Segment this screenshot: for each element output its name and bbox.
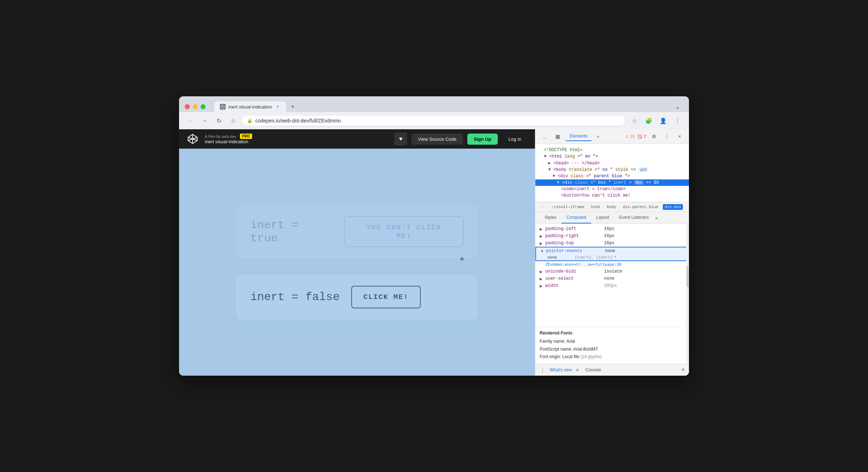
prop-value-pointer-events: none <box>605 249 615 254</box>
breadcrumb-body[interactable]: body <box>605 204 618 210</box>
more-button[interactable]: ⋮ <box>672 115 683 126</box>
dom-line-box-div[interactable]: ▼ <div class =" box " inert > flex == $0 <box>535 179 689 186</box>
devtools-settings-button[interactable]: ⚙ <box>649 131 659 141</box>
dom-line-code[interactable]: <code>inert = true</code> <box>535 186 689 192</box>
reload-button[interactable]: ↻ <box>213 115 224 126</box>
tab-title: inert visual-indication <box>228 104 272 110</box>
devtools-panel-tabs: Styles Computed Layout Event Listeners » <box>535 212 689 224</box>
title-bar: inert visual-indication × + ⌄ <box>179 96 689 112</box>
tab-close-button[interactable]: × <box>275 104 280 110</box>
tab-event-listeners[interactable]: Event Listeners <box>614 212 654 223</box>
dom-box-class-attr: class <box>575 180 588 185</box>
css-prop-padding-top[interactable]: ▶ padding-top 16px <box>535 240 689 247</box>
whats-new-close-button[interactable]: × <box>574 366 581 374</box>
tab-layout[interactable]: Layout <box>591 212 614 223</box>
devtools-elements-tab[interactable]: Elements <box>565 132 592 141</box>
inert-false-box: inert = false CLICK ME! <box>235 274 479 321</box>
active-tab[interactable]: inert visual-indication × <box>214 101 286 112</box>
device-toolbar-button[interactable]: ▦ <box>553 131 563 141</box>
extension-button[interactable]: 🧩 <box>643 115 655 126</box>
breadcrumb-iframe[interactable]: :result-iframe <box>550 204 586 210</box>
css-pointer-events-sub: none [inert], [inert] * <box>536 255 688 260</box>
minimize-traffic-light[interactable] <box>193 104 198 109</box>
dom-line-parent-div[interactable]: ▼ <div class =" parent blue "> <box>535 173 689 179</box>
scrollbar-thumb[interactable] <box>686 266 689 287</box>
click-me-button[interactable]: CLICK ME! <box>351 286 421 308</box>
bottom-more-button[interactable]: ⋮ <box>540 367 545 374</box>
console-tab[interactable]: Console <box>585 367 601 372</box>
toolbar-actions: ☆ 🧩 👤 ⋮ <box>629 115 683 126</box>
close-traffic-light[interactable] <box>185 104 190 109</box>
dom-line-html[interactable]: ▼ <html lang =" en "> <box>535 153 689 160</box>
new-tab-button[interactable]: + <box>288 102 298 112</box>
dom-parent-class-attr: class <box>570 174 583 179</box>
tab-computed[interactable]: Computed <box>561 212 591 223</box>
view-source-button[interactable]: View Source Code <box>411 134 463 145</box>
devtools-error-count[interactable]: 🚫 7 <box>637 134 646 139</box>
css-sub-inert-source: [inert], [inert] <box>575 255 613 260</box>
tabs-more-button[interactable]: ⌄ <box>672 101 683 112</box>
scrollbar-track[interactable] <box>686 224 689 364</box>
whats-new-tab[interactable]: What's new × <box>550 366 581 374</box>
css-prop-padding-left[interactable]: ▶ padding-left 16px <box>535 225 689 232</box>
lock-icon: 🔒 <box>247 118 252 123</box>
dom-line-doctype[interactable]: <!DOCTYPE html> <box>535 147 689 153</box>
maximize-traffic-light[interactable] <box>201 104 206 109</box>
heart-button[interactable]: ♥ <box>394 133 407 145</box>
back-button[interactable]: ← <box>185 115 196 126</box>
dom-line-head[interactable]: ▶ <head> ··· </head> <box>535 160 689 167</box>
css-prop-pointer-events[interactable]: ▼ pointer-events none <box>536 247 688 255</box>
signup-button[interactable]: Sign Up <box>467 134 498 145</box>
css-prop-unicode-bidi[interactable]: ▶ unicode-bidi isolate <box>535 268 689 275</box>
devtools-close-button[interactable]: × <box>675 131 685 141</box>
panel-tabs-more[interactable]: » <box>655 215 658 221</box>
home-button[interactable]: ⌂ <box>228 115 238 126</box>
devtools-more-button[interactable]: ⋮ <box>662 131 672 141</box>
address-bar[interactable]: 🔒 codepen.io/web-dot-dev/full/ZEvdmmo <box>242 116 625 126</box>
css-source-link[interactable]: ZEvdmmo:anon=tr...ew=fullpage:30 <box>545 262 621 267</box>
dom-parent-class-val: parent blue <box>594 174 622 179</box>
css-source-row[interactable]: ZEvdmmo:anon=tr...ew=fullpage:30 <box>535 261 689 268</box>
devtools-warning-count[interactable]: ⚠ 13 <box>625 134 635 139</box>
expand-unicode-bidi[interactable]: ▶ <box>540 270 544 274</box>
devtools-panel: ⎵ ▦ Elements » ⚠ 13 🚫 7 ⚙ ⋮ × <box>535 129 689 376</box>
cant-click-button: YOU CAN'T CLICK ME! <box>344 216 464 247</box>
prop-name-width: width <box>545 283 603 288</box>
expand-padding-top[interactable]: ▶ <box>540 241 544 245</box>
devtools-close-bottom-button[interactable]: × <box>681 367 685 373</box>
font-glyphs: (18 glyphs) <box>580 354 602 359</box>
expand-user-select[interactable]: ▶ <box>540 277 544 281</box>
css-prop-padding-right[interactable]: ▶ padding-right 16px <box>535 232 689 240</box>
devtools-more-tabs[interactable]: » <box>593 132 604 141</box>
svg-line-7 <box>193 139 197 140</box>
prop-name-unicode-bidi: unicode-bidi <box>545 269 603 274</box>
expand-padding-right[interactable]: ▶ <box>540 234 544 238</box>
inert-false-label: inert = false <box>250 290 340 304</box>
breadcrumb-parent-blue[interactable]: div.parent.blue <box>621 204 660 210</box>
svg-line-5 <box>193 138 197 139</box>
dom-line-body[interactable]: ▼ <body translate =" no " style => grid <box>535 167 689 173</box>
css-prop-user-select[interactable]: ▶ user-select none <box>535 275 689 282</box>
forward-button[interactable]: → <box>199 115 210 126</box>
breadcrumb-dots[interactable]: ··· <box>540 205 547 209</box>
login-button[interactable]: Log In <box>502 134 528 145</box>
inert-true-box: inert = true YOU CAN'T CLICK ME! <box>235 204 479 259</box>
dom-body-translate-attr: translate <box>569 167 592 172</box>
expand-width[interactable]: ▶ <box>540 284 544 288</box>
inspect-element-button[interactable]: ⎵ <box>540 131 550 141</box>
expand-pointer-events[interactable]: ▼ <box>540 249 545 253</box>
warning-number: 13 <box>630 134 635 139</box>
font-postscript: PostScript name: Arial-BoldMT <box>540 346 685 353</box>
browser-window: inert visual-indication × + ⌄ ← → ↻ ⌂ 🔒 … <box>179 96 689 376</box>
codepen-logo[interactable] <box>186 133 199 145</box>
bookmark-button[interactable]: ☆ <box>629 115 640 126</box>
breadcrumb-html[interactable]: html <box>589 204 602 210</box>
devtools-bottom-bar: ⋮ What's new × Console × <box>535 364 689 376</box>
prop-name-padding-right: padding-right <box>545 233 603 239</box>
breadcrumb-div-box[interactable]: div.box <box>663 204 683 210</box>
tab-styles[interactable]: Styles <box>540 212 561 223</box>
css-prop-width[interactable]: ▶ width 395px <box>535 282 689 289</box>
expand-padding-left[interactable]: ▶ <box>540 227 544 231</box>
dom-line-button[interactable]: <button>You can't click me! <box>535 192 689 199</box>
profile-button[interactable]: 👤 <box>657 115 669 126</box>
